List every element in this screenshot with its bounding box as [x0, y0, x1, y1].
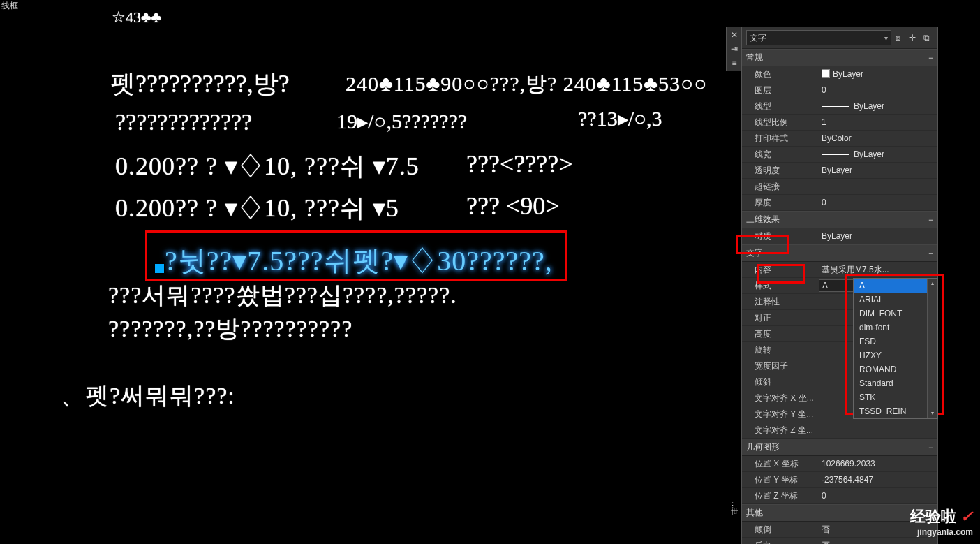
section-geometry[interactable]: 几何图形− — [742, 439, 937, 456]
canvas-line2b: 19▸/○,5??????? — [336, 109, 467, 133]
canvas-line4a: 0.200?? ? ▾♢10, ???쉬 ▾5 — [115, 191, 399, 226]
collapse-icon[interactable]: − — [928, 215, 933, 225]
canvas-line3b: ???<????> — [466, 149, 572, 179]
check-icon: ✓ — [960, 508, 973, 525]
quickselect-icon[interactable]: ⧈ — [891, 33, 905, 43]
canvas-line7: 、펫?써뭐뭐???: — [61, 380, 235, 412]
style-option[interactable]: HZXY — [854, 348, 937, 362]
palette-side-icons: ✕ ⇥ ≡ — [726, 27, 743, 71]
collapse-icon[interactable]: − — [928, 249, 933, 258]
canvas-line1b: 240♣115♣90○○???,방? 240♣115♣53○○ — [346, 70, 707, 98]
dropdown-scrollbar[interactable]: ▴ ▾ — [927, 279, 937, 418]
style-option[interactable]: STK — [854, 390, 937, 404]
canvas-line2a: ????????????? — [115, 109, 252, 135]
row-alignz[interactable]: 文字对齐 Z 坐... — [742, 422, 937, 439]
row-hyperlink[interactable]: 超链接 — [742, 179, 937, 195]
filter-icon[interactable]: ⧉ — [919, 33, 933, 43]
scroll-down-icon[interactable]: ▾ — [928, 409, 937, 418]
watermark: 经验啦 ✓ jingyanla.com — [910, 506, 973, 537]
style-dropdown[interactable]: ▴ ▾ AARIALDIM_FONTdim-fontFSDHZXYROMANDS… — [853, 278, 938, 419]
selected-text[interactable]: ?뉫??▾7.5???쉬펫?▾♢30??????, — [165, 242, 553, 280]
palette-header: 文字 ⧈ ✛ ⧉ — [742, 27, 937, 49]
collapse-icon[interactable]: − — [928, 53, 933, 63]
canvas-line5: ???서뭐????쐈법???십????,?????. — [108, 279, 457, 311]
selection-grip[interactable] — [155, 264, 164, 273]
style-option[interactable]: ROMAND — [854, 362, 937, 376]
canvas-line4b: ??? <90> — [466, 191, 560, 221]
style-option[interactable]: dim-font — [854, 321, 937, 335]
row-lineweight[interactable]: 线宽 ByLayer — [742, 147, 937, 163]
row-transparency[interactable]: 透明度 ByLayer — [742, 163, 937, 179]
style-option[interactable]: DIM_FONT — [854, 307, 937, 321]
row-posz[interactable]: 位置 Z 坐标 0 — [742, 488, 937, 504]
section-other[interactable]: 其他− — [742, 504, 937, 522]
row-layer[interactable]: 图层 0 — [742, 82, 937, 98]
style-option[interactable]: TSSD_REIN — [854, 404, 937, 418]
row-ltscale[interactable]: 线型比例 1 — [742, 115, 937, 131]
canvas-line2c: ??13▸/○,3 — [578, 106, 662, 131]
row-backwards[interactable]: 反向 否 — [742, 538, 937, 544]
row-contents[interactable]: 内容 基뉫采用M7.5水... — [742, 262, 937, 278]
row-plotstyle[interactable]: 打印样式 ByColor — [742, 131, 937, 147]
canvas-line6: ???????,??방?????????? — [108, 313, 352, 345]
row-linetype[interactable]: 线型 ByLayer — [742, 98, 937, 115]
scroll-up-icon[interactable]: ▴ — [928, 279, 937, 288]
row-upsidedown[interactable]: 颠倒 否 — [742, 522, 937, 538]
section-general[interactable]: 常规− — [742, 49, 937, 66]
close-icon[interactable]: ✕ — [731, 30, 738, 40]
row-thickness[interactable]: 厚度 0 — [742, 195, 937, 211]
row-color[interactable]: 颜色 ByLayer — [742, 66, 937, 82]
style-option[interactable]: Standard — [854, 376, 937, 390]
row-material[interactable]: 材质 ByLayer — [742, 228, 937, 244]
section-3d[interactable]: 三维效果− — [742, 211, 937, 228]
pickobject-icon[interactable]: ✛ — [905, 33, 919, 43]
object-type-combo[interactable]: 文字 — [746, 30, 891, 45]
viewport-label: 线框 — [0, 0, 20, 12]
pin-icon[interactable]: ⇥ — [731, 44, 738, 54]
row-posx[interactable]: 位置 X 坐标 1026669.2033 — [742, 456, 937, 472]
dim-text: ☆43♣♣ — [112, 8, 161, 27]
more-icon[interactable]: ≡ — [732, 58, 736, 68]
collapse-icon[interactable]: − — [928, 443, 933, 453]
canvas-line1a: 펫??????????,방? — [110, 67, 290, 101]
canvas-line3a: 0.200?? ? ▾♢10, ???쉬 ▾7.5 — [115, 149, 420, 184]
section-text[interactable]: 文字− — [742, 244, 937, 262]
style-option[interactable]: ARIAL — [854, 293, 937, 307]
style-option[interactable]: FSD — [854, 335, 937, 348]
side-label: 世… — [729, 501, 740, 509]
drawing-canvas[interactable]: ☆43♣♣ 펫??????????,방? 240♣115♣90○○???,방? … — [0, 0, 726, 544]
style-option[interactable]: A — [854, 279, 937, 293]
row-posy[interactable]: 位置 Y 坐标 -237564.4847 — [742, 472, 937, 488]
